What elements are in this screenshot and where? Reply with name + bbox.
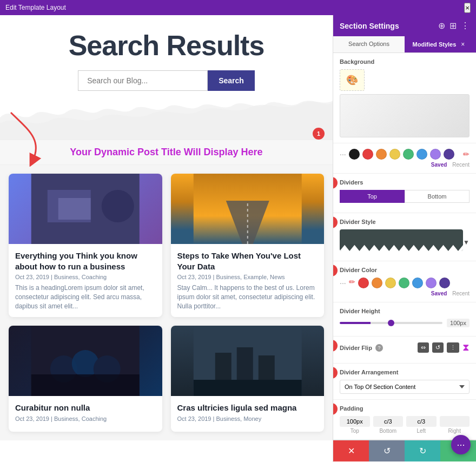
annotation-arrow — [5, 107, 76, 167]
divider-color-row: ··· ✏ — [340, 278, 470, 288]
undo-button[interactable]: ↺ — [432, 342, 444, 353]
badge-4: 4 — [333, 265, 338, 276]
close-tab-button[interactable]: × — [458, 41, 468, 48]
divider-height-label: Divider Height — [340, 308, 470, 314]
more-options-button[interactable]: ⋮ — [447, 342, 459, 353]
div-color-yellow[interactable] — [385, 278, 396, 288]
color-swatch-blue[interactable] — [416, 149, 427, 160]
card-2-image — [171, 174, 325, 244]
padding-label: Padding — [340, 405, 470, 412]
padding-left-label: Left — [406, 428, 437, 434]
card-2-title: Steps to Take When You've Lost Your Data — [177, 250, 318, 272]
divider-style-row: ▼ — [340, 229, 470, 255]
div-color-orange[interactable] — [372, 278, 382, 288]
color-swatch-yellow[interactable] — [389, 149, 400, 160]
panel-responsive-icon[interactable]: ⊕ — [438, 21, 445, 31]
flip-horizontal-button[interactable]: ⇔ — [418, 342, 429, 353]
padding-bottom-col: Bottom — [373, 416, 404, 434]
cancel-button[interactable]: ✕ — [333, 440, 369, 461]
card-2-excerpt: Stay Calm... It happens to the best of u… — [177, 283, 318, 311]
card-4-meta: Oct 23, 2019 | Business, Money — [177, 415, 318, 422]
color-swatch-black[interactable] — [349, 149, 360, 160]
color-swatch-green[interactable] — [403, 149, 414, 160]
arrangement-select[interactable]: On Top Of Section Content Behind Section… — [340, 380, 470, 394]
divider-height-section: Divider Height 100px — [333, 302, 476, 336]
padding-left-input[interactable] — [406, 416, 437, 427]
background-section: Background 🎨 — [333, 53, 476, 143]
edit-color-icon[interactable]: ✏ — [463, 150, 470, 159]
divider-top-tab[interactable]: Top — [340, 190, 405, 203]
padding-top-label: Top — [340, 428, 370, 434]
main-area: Search Results Search Y — [0, 15, 476, 462]
height-value: 100px — [447, 319, 470, 327]
reset-button[interactable]: ↺ — [369, 440, 405, 461]
padding-section: 7 Padding Top Bottom Left — [333, 400, 476, 440]
padding-bottom-input[interactable] — [373, 416, 404, 427]
div-color-green[interactable] — [399, 278, 409, 288]
hourglass-icon: ⧗ — [462, 342, 470, 353]
flip-help-icon[interactable]: ? — [375, 344, 383, 352]
saved-label: Saved — [431, 162, 447, 168]
divider-bottom-tab[interactable]: Bottom — [405, 190, 470, 203]
tab-modified-styles[interactable]: Modified Styles × — [405, 36, 476, 52]
svg-rect-2 — [58, 198, 91, 220]
padding-grid: Top Bottom Left Right — [340, 416, 470, 434]
padding-right-col: Right — [440, 416, 470, 434]
divider-style-preview[interactable] — [340, 229, 463, 251]
card-1-image — [9, 174, 162, 244]
blog-card-1: Everything you Think you know about how … — [9, 174, 162, 317]
badge-6: 6 — [333, 367, 338, 379]
top-bar: Edit Template Layout × — [0, 0, 476, 15]
divider-flip-label: Divider Flip — [340, 345, 372, 351]
flip-label-row: Divider Flip ? ⇔ ↺ ⋮ ⧗ — [340, 342, 470, 353]
divider-style-label: Divider Style — [340, 219, 470, 225]
color-swatch-red[interactable] — [362, 149, 373, 160]
card-4-image — [171, 326, 325, 396]
blog-card-3: Curabitur non nulla Oct 23, 2019 | Busin… — [9, 326, 162, 432]
card-3-image — [9, 326, 162, 396]
card-3-body: Curabitur non nulla Oct 23, 2019 | Busin… — [9, 396, 162, 432]
blog-grid: Everything you Think you know about how … — [0, 165, 333, 440]
background-preview[interactable]: 🎨 — [340, 69, 365, 91]
color-swatch-purple[interactable] — [430, 149, 441, 160]
color-swatches-section: ··· ✏ Saved Recent — [333, 143, 476, 174]
div-color-red[interactable] — [358, 278, 369, 288]
card-4-body: Cras ultricies ligula sed magna Oct 23, … — [171, 396, 325, 432]
canvas: Search Results Search Y — [0, 15, 333, 462]
redo-button[interactable]: ↻ — [405, 440, 440, 461]
div-color-blue[interactable] — [412, 278, 423, 288]
panel-columns-icon[interactable]: ⊞ — [449, 21, 457, 31]
more-colors-icon[interactable]: ··· — [340, 150, 346, 159]
height-slider[interactable] — [340, 322, 442, 324]
card-3-meta: Oct 23, 2019 | Business, Coaching — [15, 415, 156, 422]
card-2-meta: Oct 23, 2019 | Business, Example, News — [177, 274, 318, 280]
divider-arrangement-label: Divider Arrangement — [340, 369, 470, 375]
card-1-excerpt: This is a headingLorem ipsum dolor sit a… — [15, 283, 156, 311]
div-color-pencil-icon[interactable]: ✏ — [349, 278, 355, 288]
tab-search-options[interactable]: Search Options — [333, 36, 405, 52]
color-swatch-dark-purple[interactable] — [444, 149, 454, 160]
panel-body: Background 🎨 ··· ✏ — [333, 53, 476, 462]
divider-color-label: Divider Color — [340, 267, 470, 273]
divider-flip-section: 5 Divider Flip ? ⇔ ↺ ⋮ ⧗ — [333, 336, 476, 364]
div-color-purple[interactable] — [426, 278, 437, 288]
search-input[interactable] — [78, 70, 208, 91]
recent-label: Recent — [452, 162, 470, 168]
div-color-dark[interactable] — [439, 278, 450, 288]
wave-divider-section — [0, 91, 333, 140]
floating-menu-button[interactable]: ··· — [451, 435, 471, 454]
color-swatch-orange[interactable] — [376, 149, 387, 160]
padding-top-input[interactable] — [340, 416, 370, 427]
gradient-color-preview[interactable] — [340, 94, 470, 137]
close-window-button[interactable]: × — [464, 3, 471, 13]
padding-right-input[interactable] — [440, 416, 470, 427]
search-bar: Search — [11, 70, 322, 91]
background-label: Background — [340, 58, 470, 65]
card-1-meta: Oct 23, 2019 | Business, Coaching — [15, 274, 156, 280]
divider-arrangement-section: 6 Divider Arrangement On Top Of Section … — [333, 364, 476, 400]
search-button[interactable]: Search — [208, 70, 255, 91]
divider-more-icon[interactable]: ··· — [340, 279, 346, 287]
card-2-body: Steps to Take When You've Lost Your Data… — [171, 244, 325, 317]
card-4-title: Cras ultricies ligula sed magna — [177, 402, 318, 413]
panel-more-icon[interactable]: ⋮ — [461, 21, 470, 31]
